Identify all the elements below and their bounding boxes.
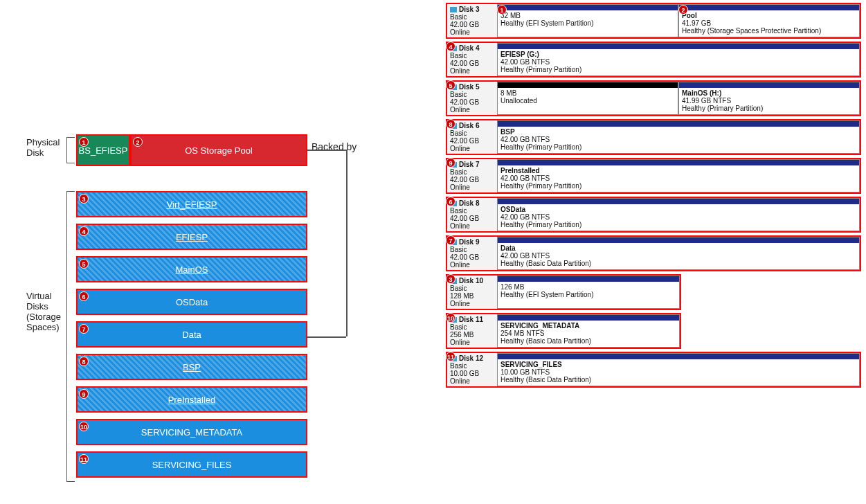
disk-row-disk7: 9Disk 7Basic42.00 GBOnlinePreInstalled42… [446, 158, 861, 194]
partitions: 126 MBHealthy (EFI System Partition) [497, 276, 680, 309]
badge-3: 3 [79, 194, 89, 204]
disk-header: Disk 3Basic42.00 GBOnline [447, 4, 497, 37]
partition: EFIESP (G:)42.00 GB NTFSHealthy (Primary… [497, 43, 860, 76]
virtual-disk-label: MainOS [176, 264, 208, 275]
connector-h2 [307, 336, 346, 338]
badge-8: 8 [446, 119, 455, 129]
partition-header-bar [498, 354, 859, 359]
partition-info: EFIESP (G:)42.00 GB NTFSHealthy (Primary… [498, 49, 859, 75]
disk-row-disk10: 3Disk 10Basic128 MBOnline126 MBHealthy (… [446, 274, 681, 310]
partition-info: OSData42.00 GB NTFSHealthy (Primary Part… [498, 204, 859, 230]
partition-header-bar [498, 44, 859, 49]
badge-2: 2 [133, 137, 143, 147]
badge-11: 11 [446, 352, 455, 361]
virtual-disk-list: 3Virt_EFIESP4EFIESP5MainOS6OSData7Data8B… [76, 191, 307, 484]
badge-7: 7 [446, 235, 455, 245]
virtual-disk-label: EFIESP [176, 232, 208, 242]
bs-efiesp-label: BS_EFIESP [79, 145, 128, 156]
badge-11: 11 [79, 454, 89, 464]
virtual-disk-data: 7Data [76, 321, 307, 348]
partition-info: Pool41.97 GBHealthy (Storage Spaces Prot… [679, 10, 859, 36]
disk-row-disk12: 11Disk 12Basic10.00 GBOnlineSERVICING_FI… [446, 352, 861, 388]
badge-10: 10 [79, 422, 89, 431]
connector-h1 [307, 150, 346, 151]
partitions: 132 MBHealthy (EFI System Partition)2Poo… [497, 4, 860, 37]
badge-5: 5 [446, 80, 455, 90]
bracket-virtual [66, 191, 75, 482]
disk-management-panel: Disk 3Basic42.00 GBOnline132 MBHealthy (… [446, 3, 863, 390]
virtual-disk-label: BSP [183, 362, 201, 372]
partitions: Data42.00 GB NTFSHealthy (Basic Data Par… [497, 237, 860, 270]
badge-1: 1 [79, 137, 89, 147]
bs-efiesp-box: 1 BS_EFIESP [76, 134, 130, 166]
partitions: BSP42.00 GB NTFSHealthy (Primary Partiti… [497, 120, 860, 154]
physical-disk-row: 1 BS_EFIESP 2 OS Storage Pool [76, 134, 307, 166]
badge-6: 6 [446, 197, 455, 206]
os-storage-pool-box: 2 OS Storage Pool [130, 134, 307, 166]
partition: 132 MBHealthy (EFI System Partition) [497, 4, 678, 37]
partition-info: SERVICING_FILES10.00 GB NTFSHealthy (Bas… [498, 359, 859, 385]
partition-info: 32 MBHealthy (EFI System Partition) [498, 10, 678, 28]
partition-header-bar [498, 5, 678, 10]
partition-header-bar [679, 82, 859, 88]
badge-4: 4 [446, 42, 455, 51]
partition-header-bar [498, 199, 859, 204]
partition-header-bar [498, 237, 859, 243]
ospool-label: OS Storage Pool [185, 145, 253, 156]
badge-4: 4 [79, 226, 89, 236]
disk-row-disk11: 10Disk 11Basic256 MBOnlineSERVICING_META… [446, 313, 681, 349]
virtual-disk-osdata: 6OSData [76, 289, 307, 315]
bracket-physical [66, 137, 75, 163]
partition: 2Pool41.97 GBHealthy (Storage Spaces Pro… [678, 4, 860, 37]
disk-row-disk8: 6Disk 8Basic42.00 GBOnlineOSData42.00 GB… [446, 197, 861, 233]
partition: 126 MBHealthy (EFI System Partition) [497, 276, 680, 309]
badge-10: 10 [446, 313, 455, 323]
badge-9: 9 [446, 158, 455, 168]
badge-3: 3 [446, 274, 455, 284]
virtual-disk-bsp: 8BSP [76, 354, 307, 380]
virtual-disk-virt_efiesp: 3Virt_EFIESP [76, 191, 307, 217]
partition: SERVICING_METADATA254 MB NTFSHealthy (Ba… [497, 314, 680, 348]
virtual-disk-servicing_files: 11SERVICING_FILES [76, 451, 307, 478]
disk-row-disk5: 5Disk 5Basic42.00 GBOnline8 MBUnallocate… [446, 80, 861, 116]
partition-info: PreInstalled42.00 GB NTFSHealthy (Primar… [498, 165, 859, 191]
virtual-disk-label: Data [182, 330, 201, 340]
partitions: PreInstalled42.00 GB NTFSHealthy (Primar… [497, 159, 860, 192]
virtual-disk-servicing_metadata: 10SERVICING_METADATA [76, 419, 307, 445]
partition-header-bar [498, 121, 859, 127]
virtual-disk-label: OSData [176, 297, 208, 307]
partition: PreInstalled42.00 GB NTFSHealthy (Primar… [497, 159, 860, 192]
partition-info: 8 MBUnallocated [498, 88, 678, 106]
partition-header-bar [498, 276, 679, 282]
partition-info: SERVICING_METADATA254 MB NTFSHealthy (Ba… [498, 321, 679, 346]
virtual-disk-label: SERVICING_METADATA [141, 427, 242, 438]
badge-1: 1 [497, 5, 507, 15]
virtual-disk-efiesp: 4EFIESP [76, 224, 307, 250]
disk-icon [450, 7, 457, 12]
partition-header-bar [679, 5, 859, 10]
badge-9: 9 [79, 389, 89, 399]
partition: MainOS (H:)41.99 GB NTFSHealthy (Primary… [678, 82, 860, 115]
partition-info: Data42.00 GB NTFSHealthy (Basic Data Par… [498, 243, 859, 269]
partition: 8 MBUnallocated [497, 82, 678, 115]
badge-7: 7 [79, 324, 89, 334]
partition: SERVICING_FILES10.00 GB NTFSHealthy (Bas… [497, 353, 860, 386]
partitions: SERVICING_METADATA254 MB NTFSHealthy (Ba… [497, 314, 680, 348]
partition-header-bar [498, 160, 859, 165]
partitions: SERVICING_FILES10.00 GB NTFSHealthy (Bas… [497, 353, 860, 386]
virtual-disk-preinstalled: 9PreInstalled [76, 386, 307, 413]
disk-row-disk4: 4Disk 4Basic42.00 GBOnlineEFIESP (G:)42.… [446, 42, 861, 78]
badge-6: 6 [79, 291, 89, 301]
partitions: OSData42.00 GB NTFSHealthy (Primary Part… [497, 198, 860, 231]
partition-header-bar [498, 82, 678, 88]
badge-8: 8 [79, 357, 89, 366]
partition: Data42.00 GB NTFSHealthy (Basic Data Par… [497, 237, 860, 270]
partition: BSP42.00 GB NTFSHealthy (Primary Partiti… [497, 120, 860, 154]
partitions: EFIESP (G:)42.00 GB NTFSHealthy (Primary… [497, 43, 860, 76]
partitions: 8 MBUnallocatedMainOS (H:)41.99 GB NTFSH… [497, 82, 860, 115]
partition-info: MainOS (H:)41.99 GB NTFSHealthy (Primary… [679, 88, 859, 114]
partition-header-bar [498, 315, 679, 321]
virtual-disk-label: PreInstalled [168, 395, 216, 405]
virtual-disk-label: SERVICING_FILES [152, 460, 232, 470]
disk-row-disk6: 8Disk 6Basic42.00 GBOnlineBSP42.00 GB NT… [446, 119, 861, 155]
